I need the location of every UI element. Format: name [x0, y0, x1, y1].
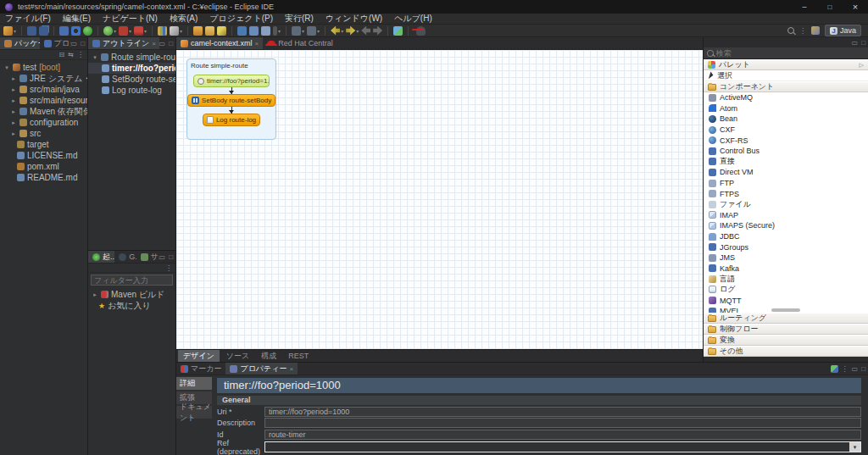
palette-item-imaps[interactable]: IMAPS (Secure) [704, 220, 868, 231]
palette-components-header[interactable]: コンポーネント [704, 81, 868, 92]
view-menu-icon[interactable]: ⋮ [165, 264, 172, 272]
side-tab-details[interactable]: 詳細 [176, 377, 212, 390]
tree-item-target[interactable]: target [0, 139, 87, 150]
menu-run[interactable]: 実行(R) [285, 13, 314, 25]
close-tab-icon[interactable]: × [289, 365, 293, 373]
back-button[interactable] [331, 26, 343, 36]
tab-red-hat-central[interactable]: Red Hat Central [263, 37, 337, 49]
uri-input[interactable] [264, 407, 861, 417]
palette-section-misc[interactable]: その他 [704, 346, 868, 357]
palette-section-control-flow[interactable]: 制御フロー [704, 324, 868, 335]
menu-file[interactable]: ファイル(F) [5, 13, 51, 25]
save-button[interactable] [27, 26, 36, 36]
combo-dropdown-icon[interactable]: ▾ [849, 442, 860, 452]
run-button[interactable] [119, 26, 131, 36]
tab-project-explorer[interactable]: プロジ... [40, 37, 71, 49]
palette-item-jdbc[interactable]: JDBC [704, 231, 868, 242]
tab-launch-configurations[interactable]: 起... × [88, 251, 114, 263]
save-all-button[interactable] [39, 26, 48, 36]
palette-item-ftps[interactable]: FTPS [704, 188, 868, 199]
palette-section-routing[interactable]: ルーティング [704, 313, 868, 324]
palette-item-cxf-rs[interactable]: CXF-RS [704, 135, 868, 146]
skip-breakpoints-button[interactable] [71, 26, 81, 36]
maximize-button[interactable] [817, 0, 843, 14]
twisty-collapsed-icon[interactable]: ▸ [10, 119, 17, 126]
link-with-editor-icon[interactable]: ⇆ [68, 51, 74, 58]
ref-combo[interactable]: ▾ [264, 441, 861, 452]
tree-item-configuration[interactable]: ▸ configuration [0, 117, 87, 128]
close-tab-icon[interactable]: × [152, 40, 156, 47]
last-edit-location-button[interactable] [292, 26, 304, 36]
twisty-collapsed-icon[interactable]: ▸ [10, 97, 17, 104]
tree-item-license[interactable]: LICENSE.md [0, 150, 87, 161]
view-maximize-icon[interactable]: □ [169, 40, 173, 47]
tab-configuration[interactable]: 構成 [256, 350, 281, 362]
new-package-button[interactable] [249, 26, 259, 36]
palette-select-tool[interactable]: 選択 [704, 70, 868, 81]
mark-occurrences-button[interactable] [273, 26, 281, 36]
tree-item-readme[interactable]: README.md [0, 172, 87, 183]
palette-item-kafka[interactable]: Kafka [704, 264, 868, 275]
view-menu-icon[interactable]: ⋮ [77, 51, 84, 58]
menu-help[interactable]: ヘルプ(H) [394, 13, 432, 25]
view-minimize-icon[interactable]: ▭ [852, 39, 859, 47]
new-wizard-button[interactable] [3, 26, 16, 36]
tab-design[interactable]: デザイン [178, 350, 220, 362]
palette-item-atom[interactable]: Atom [704, 103, 868, 114]
twisty-collapsed-icon[interactable]: ▸ [10, 86, 17, 93]
launch-filter-input[interactable] [91, 275, 173, 286]
palette-section-transformation[interactable]: 変換 [704, 335, 868, 346]
launch-item-favorites[interactable]: ★ お気に入り [88, 300, 175, 311]
open-perspective-icon[interactable] [811, 26, 820, 35]
tree-item-src-main-resources[interactable]: ▸ src/main/resources [0, 95, 87, 106]
twisty-collapsed-icon[interactable]: ▸ [10, 108, 17, 115]
palette-item-activemq[interactable]: ActiveMQ [704, 92, 868, 103]
palette-scrollbar[interactable] [771, 308, 800, 312]
close-tab-icon[interactable]: × [255, 40, 259, 47]
palette-item-ftp[interactable]: FTP [704, 178, 868, 189]
coverage-button[interactable] [170, 26, 182, 36]
tree-item-maven-deps[interactable]: ▸ Maven 依存関係 [0, 106, 87, 117]
view-maximize-icon[interactable]: □ [861, 365, 865, 373]
view-menu-icon[interactable]: ⋮ [842, 365, 849, 373]
side-tab-documentation[interactable]: ドキュメント [176, 406, 212, 419]
tab-gradle[interactable]: G... [114, 251, 136, 263]
twisty-collapsed-icon[interactable]: ▸ [10, 130, 17, 137]
coverage-grid-button[interactable] [158, 26, 167, 36]
palette-item-direct[interactable]: 直接 [704, 157, 868, 168]
palette-item-cxf[interactable]: CXF [704, 125, 868, 136]
search-icon[interactable] [787, 27, 794, 34]
tree-item-jre[interactable]: ▸ JRE システム・ライブラリー [Jav [0, 73, 87, 84]
description-input[interactable] [264, 418, 861, 428]
menu-edit[interactable]: 編集(E) [63, 13, 91, 25]
view-maximize-icon[interactable]: □ [861, 39, 865, 47]
outline-item-route[interactable]: ▾ Route simple-route [88, 52, 175, 63]
outline-item-timer[interactable]: timer://foo?period=1000 [88, 63, 175, 74]
palette-item-bean[interactable]: Bean [704, 114, 868, 125]
camel-design-canvas[interactable]: Route simple-route timer://foo?period=1.… [176, 50, 703, 349]
node-timer[interactable]: timer://foo?period=1... [193, 75, 270, 87]
twisty-expanded-icon[interactable]: ▾ [92, 54, 98, 61]
pin-editor-button[interactable] [307, 26, 320, 36]
outline-item-setbody[interactable]: SetBody route-setBody [88, 74, 175, 85]
tab-markers[interactable]: マーカー [176, 363, 225, 375]
debug-button[interactable] [103, 26, 116, 36]
pin-view-icon[interactable] [831, 365, 838, 373]
ref-combo-input[interactable] [265, 442, 849, 452]
view-minimize-icon[interactable]: ▭ [71, 40, 78, 47]
tab-package-explorer[interactable]: パッケー... × [0, 37, 40, 49]
forward-button[interactable] [346, 26, 359, 36]
build-button[interactable] [83, 26, 92, 36]
palette-item-mqtt[interactable]: MQTT [704, 295, 868, 306]
view-minimize-icon[interactable]: ▭ [852, 365, 859, 373]
palette-item-language[interactable]: 言語 [704, 274, 868, 285]
palette-item-direct-vm[interactable]: Direct VM [704, 167, 868, 178]
palette-header[interactable]: パレット ▷ [704, 59, 868, 70]
view-minimize-icon[interactable]: ▭ [159, 40, 166, 47]
close-button[interactable] [843, 0, 868, 14]
tab-properties[interactable]: プロパティー × [225, 363, 298, 375]
tree-item-pom[interactable]: pom.xml [0, 161, 87, 172]
annotate-button[interactable] [217, 26, 226, 36]
toolbar-overflow-icon[interactable]: ⋮ [799, 27, 806, 35]
palette-item-jgroups[interactable]: JGroups [704, 241, 868, 252]
